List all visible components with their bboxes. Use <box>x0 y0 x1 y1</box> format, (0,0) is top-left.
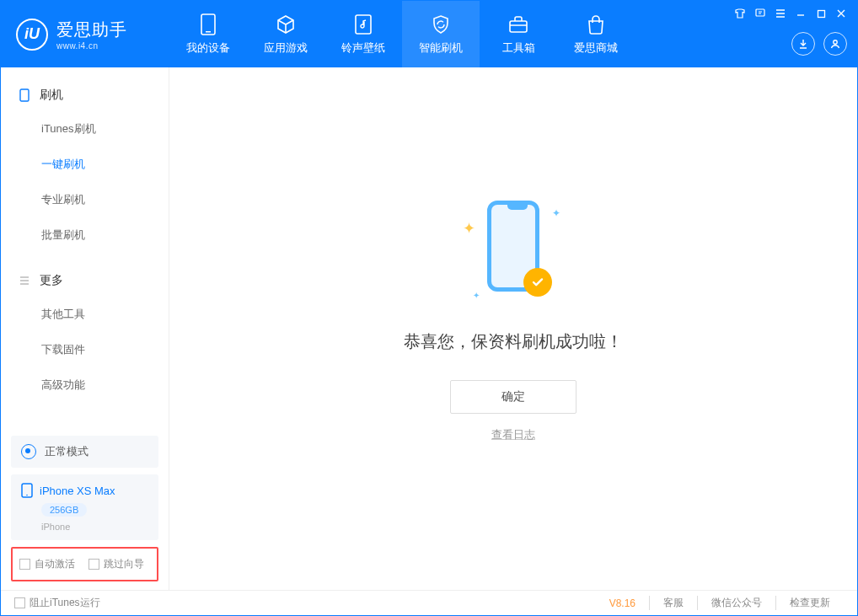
nav-label: 铃声壁纸 <box>341 40 385 56</box>
heading-label: 刷机 <box>40 88 63 103</box>
sparkle-icon: ✦ <box>552 207 560 219</box>
footer: 阻止iTunes运行 V8.16 客服 微信公众号 检查更新 <box>1 590 857 615</box>
skin-icon[interactable] <box>731 6 749 21</box>
sidebar-item-pro-flash[interactable]: 专业刷机 <box>1 182 169 217</box>
svg-point-6 <box>834 40 837 44</box>
nav-label: 爱思商城 <box>574 40 618 56</box>
app-title: 爱思助手 <box>56 19 127 41</box>
header-action-circles <box>791 32 847 56</box>
sparkle-icon: ✦ <box>463 219 475 238</box>
footer-link-wechat[interactable]: 微信公众号 <box>697 596 775 610</box>
svg-rect-3 <box>510 21 527 32</box>
toolbox-icon <box>507 13 529 35</box>
svg-rect-1 <box>206 31 211 33</box>
shield-sync-icon <box>430 13 452 35</box>
nav-label: 应用游戏 <box>264 40 308 56</box>
minimize-button[interactable] <box>791 6 810 21</box>
version-label: V8.16 <box>609 597 635 609</box>
heading-label: 更多 <box>40 273 63 288</box>
view-log-link[interactable]: 查看日志 <box>491 427 535 442</box>
nav-tabs: 我的设备 应用游戏 铃声壁纸 智能刷机 工具箱 <box>169 1 635 67</box>
list-icon <box>18 274 31 287</box>
checkbox-skip-guide[interactable]: 跳过向导 <box>88 557 144 571</box>
mode-icon <box>21 444 36 459</box>
mode-label: 正常模式 <box>45 444 88 459</box>
logo-area: iU 爱思助手 www.i4.cn <box>1 19 169 51</box>
mode-status[interactable]: 正常模式 <box>11 436 158 468</box>
nav-tab-apps[interactable]: 应用游戏 <box>247 1 324 67</box>
footer-left: 阻止iTunes运行 <box>14 596 100 610</box>
checkbox-label: 跳过向导 <box>104 557 144 571</box>
phone-icon <box>197 13 219 35</box>
footer-link-update[interactable]: 检查更新 <box>775 596 844 610</box>
highlighted-checkbox-row: 自动激活 跳过向导 <box>11 547 158 581</box>
sidebar: 刷机 iTunes刷机 一键刷机 专业刷机 批量刷机 更多 其他工具 下载固件 … <box>1 67 169 590</box>
checkbox-label: 阻止iTunes运行 <box>29 596 100 610</box>
footer-link-support[interactable]: 客服 <box>649 596 697 610</box>
svg-point-9 <box>26 495 28 496</box>
checkbox-label: 自动激活 <box>35 557 75 571</box>
checkbox-auto-activate[interactable]: 自动激活 <box>19 557 75 571</box>
check-badge-icon <box>523 268 552 297</box>
logo-text: 爱思助手 www.i4.cn <box>56 19 127 51</box>
sidebar-item-itunes-flash[interactable]: iTunes刷机 <box>1 111 169 147</box>
app-logo-icon: iU <box>16 19 48 51</box>
checkbox-icon <box>14 597 25 608</box>
checkbox-block-itunes[interactable]: 阻止iTunes运行 <box>14 596 100 610</box>
cube-icon <box>275 13 297 35</box>
svg-rect-7 <box>20 89 29 101</box>
nav-tab-store[interactable]: 爱思商城 <box>557 1 635 67</box>
sidebar-heading-more: 更多 <box>1 265 169 297</box>
nav-tab-mydevice[interactable]: 我的设备 <box>169 1 247 67</box>
device-type: iPhone <box>41 522 148 532</box>
sidebar-bottom: 正常模式 iPhone XS Max 256GB iPhone 自动激活 <box>1 436 169 590</box>
sidebar-item-oneclick-flash[interactable]: 一键刷机 <box>1 147 169 182</box>
sidebar-heading-flash: 刷机 <box>1 79 169 111</box>
body: 刷机 iTunes刷机 一键刷机 专业刷机 批量刷机 更多 其他工具 下载固件 … <box>1 67 857 590</box>
account-button[interactable] <box>823 32 847 56</box>
phone-notch <box>507 205 528 210</box>
sidebar-section-more: 更多 其他工具 下载固件 高级功能 <box>1 253 169 403</box>
header: iU 爱思助手 www.i4.cn 我的设备 应用游戏 铃声壁纸 <box>1 1 857 67</box>
nav-tab-toolbox[interactable]: 工具箱 <box>480 1 557 67</box>
close-button[interactable] <box>832 6 850 21</box>
phone-small-icon <box>21 483 33 498</box>
confirm-button[interactable]: 确定 <box>450 380 576 414</box>
header-right <box>722 1 857 67</box>
maximize-button[interactable] <box>812 6 830 21</box>
checkbox-icon <box>19 559 30 570</box>
music-file-icon <box>352 13 374 35</box>
result-panel: ✦ ✦ ✦ 恭喜您，保资料刷机成功啦！ 确定 查看日志 <box>404 190 623 442</box>
svg-rect-4 <box>756 9 764 16</box>
menu-icon[interactable] <box>771 6 790 21</box>
device-name-row: iPhone XS Max <box>21 483 148 498</box>
nav-label: 工具箱 <box>502 40 535 56</box>
sidebar-item-advanced[interactable]: 高级功能 <box>1 367 169 403</box>
download-button[interactable] <box>791 32 815 56</box>
nav-label: 智能刷机 <box>419 40 463 56</box>
sidebar-item-batch-flash[interactable]: 批量刷机 <box>1 217 169 253</box>
checkbox-icon <box>88 559 99 570</box>
device-small-icon <box>18 88 31 102</box>
bag-icon <box>585 13 607 35</box>
nav-tab-ringtone[interactable]: 铃声壁纸 <box>324 1 402 67</box>
device-name: iPhone XS Max <box>40 485 115 497</box>
svg-rect-5 <box>818 10 824 17</box>
result-message: 恭喜您，保资料刷机成功啦！ <box>404 330 623 353</box>
sidebar-section-flash: 刷机 iTunes刷机 一键刷机 专业刷机 批量刷机 <box>1 67 169 253</box>
sidebar-item-othertools[interactable]: 其他工具 <box>1 297 169 332</box>
device-storage-badge: 256GB <box>41 503 87 517</box>
main-content: ✦ ✦ ✦ 恭喜您，保资料刷机成功啦！ 确定 查看日志 <box>169 67 857 590</box>
nav-tab-flash[interactable]: 智能刷机 <box>402 1 480 67</box>
device-info[interactable]: iPhone XS Max 256GB iPhone <box>11 474 158 540</box>
feedback-icon[interactable] <box>751 6 770 21</box>
app-subtitle: www.i4.cn <box>56 41 127 51</box>
nav-label: 我的设备 <box>186 40 230 56</box>
window-controls <box>731 6 850 21</box>
footer-right: V8.16 客服 微信公众号 检查更新 <box>609 596 844 610</box>
success-illustration: ✦ ✦ ✦ <box>454 190 572 308</box>
sidebar-item-download-firmware[interactable]: 下载固件 <box>1 332 169 367</box>
sparkle-icon: ✦ <box>473 291 480 300</box>
